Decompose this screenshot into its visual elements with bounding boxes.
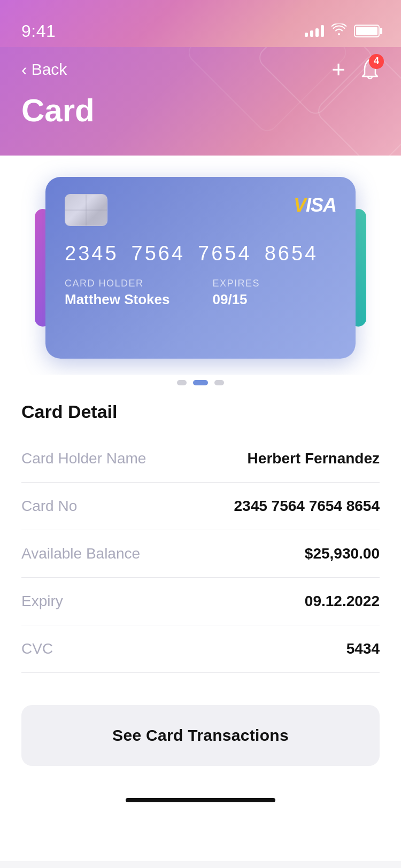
- card-bottom-row: CARD HOLDER Matthew Stokes EXPIRES 09/15: [65, 278, 336, 308]
- status-bar: 9:41: [0, 0, 401, 47]
- detail-label-holder-name: Card Holder Name: [21, 450, 146, 467]
- status-icons: [305, 24, 380, 38]
- credit-card[interactable]: VISA 2345 7564 7654 8654 CARD HOLDER Mat…: [45, 177, 356, 359]
- visa-logo: VISA: [294, 194, 336, 216]
- header: ‹ Back + 4 Card: [0, 47, 401, 156]
- card-carousel[interactable]: VISA 2345 7564 7654 8654 CARD HOLDER Mat…: [0, 156, 401, 375]
- back-label: Back: [32, 60, 67, 79]
- detail-row-card-no: Card No 2345 7564 7654 8654: [21, 483, 380, 530]
- back-chevron-icon: ‹: [21, 61, 27, 78]
- detail-value-expiry: 09.12.2022: [305, 593, 380, 610]
- detail-row-balance: Available Balance $25,930.00: [21, 530, 380, 578]
- detail-value-card-no: 2345 7564 7654 8654: [234, 498, 380, 515]
- detail-row-expiry: Expiry 09.12.2022: [21, 578, 380, 625]
- status-time: 9:41: [21, 21, 56, 41]
- dot-2: [214, 380, 224, 385]
- card-detail-section: Card Detail Card Holder Name Herbert Fer…: [0, 401, 401, 673]
- home-indicator: [0, 787, 401, 818]
- card-number: 2345 7564 7654 8654: [65, 242, 336, 265]
- notification-badge: 4: [369, 54, 384, 69]
- card-number-3: 7654: [198, 242, 252, 265]
- detail-label-balance: Available Balance: [21, 545, 140, 562]
- content: VISA 2345 7564 7654 8654 CARD HOLDER Mat…: [0, 156, 401, 861]
- battery-icon: [354, 25, 380, 37]
- dot-1: [193, 380, 208, 385]
- card-number-1: 2345: [65, 242, 119, 265]
- card-expires-value: 09/15: [213, 291, 260, 308]
- card-chip: [65, 194, 107, 226]
- card-expires-label: EXPIRES: [213, 278, 260, 289]
- dots-indicator: [0, 375, 401, 401]
- section-title: Card Detail: [21, 401, 380, 422]
- detail-row-cvc: CVC 5434: [21, 625, 380, 673]
- nav-row: ‹ Back + 4: [21, 58, 380, 81]
- back-button[interactable]: ‹ Back: [21, 60, 67, 79]
- detail-value-balance: $25,930.00: [305, 545, 380, 562]
- card-holder-label: CARD HOLDER: [65, 278, 170, 289]
- detail-label-cvc: CVC: [21, 640, 53, 657]
- detail-row-holder-name: Card Holder Name Herbert Fernandez: [21, 435, 380, 483]
- dot-0: [177, 380, 187, 385]
- add-button[interactable]: +: [331, 58, 345, 81]
- transactions-btn-container: See Card Transactions: [0, 673, 401, 787]
- signal-icon: [305, 25, 324, 37]
- home-bar: [126, 798, 275, 802]
- notification-button[interactable]: 4: [360, 58, 380, 81]
- card-holder-section: CARD HOLDER Matthew Stokes: [65, 278, 170, 308]
- see-card-transactions-button[interactable]: See Card Transactions: [21, 705, 380, 766]
- card-expiry-section: EXPIRES 09/15: [213, 278, 260, 308]
- nav-actions: + 4: [331, 58, 380, 81]
- detail-value-holder-name: Herbert Fernandez: [248, 450, 380, 467]
- wifi-icon: [331, 24, 346, 38]
- detail-label-card-no: Card No: [21, 498, 77, 515]
- card-number-2: 7564: [132, 242, 186, 265]
- page-title: Card: [21, 92, 380, 129]
- detail-value-cvc: 5434: [346, 640, 380, 657]
- card-number-4: 8654: [265, 242, 319, 265]
- card-holder-value: Matthew Stokes: [65, 291, 170, 308]
- detail-label-expiry: Expiry: [21, 593, 63, 610]
